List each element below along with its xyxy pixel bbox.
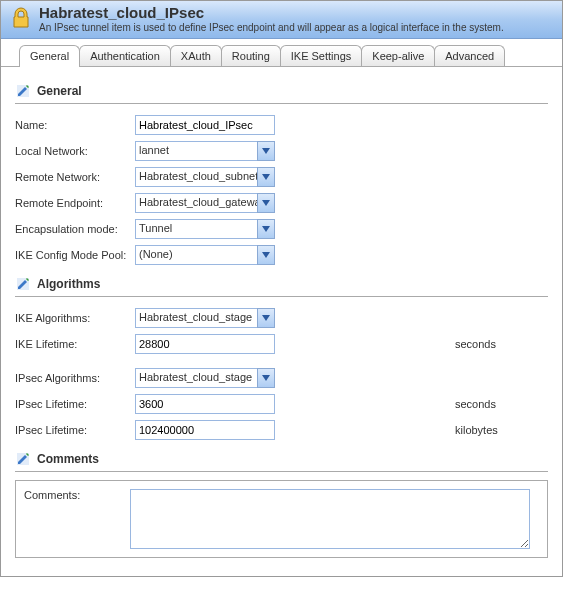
edit-icon <box>15 83 31 99</box>
page-subtitle: An IPsec tunnel item is used to define I… <box>39 22 554 33</box>
divider <box>15 296 548 297</box>
ike-config-mode-pool-value: (None) <box>135 245 257 265</box>
name-input[interactable] <box>135 115 275 135</box>
remote-network-select[interactable]: Habratest_cloud_subnet <box>135 167 275 187</box>
local-network-label: Local Network: <box>15 145 135 157</box>
page-header: Habratest_cloud_IPsec An IPsec tunnel it… <box>1 1 562 39</box>
comments-box: Comments: <box>15 480 548 558</box>
ipsec-algorithms-select[interactable]: Habratest_cloud_stage <box>135 368 275 388</box>
page-title: Habratest_cloud_IPsec <box>39 4 554 21</box>
tab-advanced[interactable]: Advanced <box>434 45 505 66</box>
name-label: Name: <box>15 119 135 131</box>
chevron-down-icon[interactable] <box>257 141 275 161</box>
remote-endpoint-select[interactable]: Habratest_cloud_gateway <box>135 193 275 213</box>
ipsec-algorithms-value: Habratest_cloud_stage <box>135 368 257 388</box>
ike-algorithms-select[interactable]: Habratest_cloud_stage <box>135 308 275 328</box>
encapsulation-mode-value: Tunnel <box>135 219 257 239</box>
tab-authentication[interactable]: Authentication <box>79 45 171 66</box>
local-network-select[interactable]: lannet <box>135 141 275 161</box>
divider <box>15 103 548 104</box>
ipsec-lifetime-sec-unit: seconds <box>455 398 496 410</box>
section-algorithms-header: Algorithms <box>15 268 548 296</box>
ipsec-algorithms-label: IPsec Algorithms: <box>15 372 135 384</box>
section-general-header: General <box>15 75 548 103</box>
tab-bar: General Authentication XAuth Routing IKE… <box>1 39 562 67</box>
edit-icon <box>15 451 31 467</box>
comments-label: Comments: <box>24 489 130 501</box>
remote-endpoint-value: Habratest_cloud_gateway <box>135 193 257 213</box>
edit-icon <box>15 276 31 292</box>
encapsulation-mode-select[interactable]: Tunnel <box>135 219 275 239</box>
divider <box>15 471 548 472</box>
ike-lifetime-unit: seconds <box>455 338 496 350</box>
tab-keep-alive[interactable]: Keep-alive <box>361 45 435 66</box>
ike-config-mode-pool-label: IKE Config Mode Pool: <box>15 249 135 261</box>
ipsec-lifetime-sec-input[interactable] <box>135 394 275 414</box>
remote-network-value: Habratest_cloud_subnet <box>135 167 257 187</box>
ipsec-lifetime-kb-input[interactable] <box>135 420 275 440</box>
ike-algorithms-value: Habratest_cloud_stage <box>135 308 257 328</box>
section-comments-title: Comments <box>37 452 99 466</box>
section-comments-header: Comments <box>15 443 548 471</box>
chevron-down-icon[interactable] <box>257 167 275 187</box>
chevron-down-icon[interactable] <box>257 308 275 328</box>
ike-config-mode-pool-select[interactable]: (None) <box>135 245 275 265</box>
local-network-value: lannet <box>135 141 257 161</box>
encapsulation-mode-label: Encapsulation mode: <box>15 223 135 235</box>
chevron-down-icon[interactable] <box>257 193 275 213</box>
section-algorithms-title: Algorithms <box>37 277 100 291</box>
tab-xauth[interactable]: XAuth <box>170 45 222 66</box>
tab-general[interactable]: General <box>19 45 80 67</box>
tab-routing[interactable]: Routing <box>221 45 281 66</box>
ipsec-lifetime-sec-label: IPsec Lifetime: <box>15 398 135 410</box>
chevron-down-icon[interactable] <box>257 245 275 265</box>
ike-lifetime-label: IKE Lifetime: <box>15 338 135 350</box>
ipsec-lifetime-kb-label: IPsec Lifetime: <box>15 424 135 436</box>
remote-network-label: Remote Network: <box>15 171 135 183</box>
ike-lifetime-input[interactable] <box>135 334 275 354</box>
remote-endpoint-label: Remote Endpoint: <box>15 197 135 209</box>
ike-algorithms-label: IKE Algorithms: <box>15 312 135 324</box>
chevron-down-icon[interactable] <box>257 219 275 239</box>
chevron-down-icon[interactable] <box>257 368 275 388</box>
tab-ike-settings[interactable]: IKE Settings <box>280 45 363 66</box>
lock-icon <box>9 6 33 30</box>
comments-textarea[interactable] <box>130 489 530 549</box>
ipsec-lifetime-kb-unit: kilobytes <box>455 424 498 436</box>
section-general-title: General <box>37 84 82 98</box>
